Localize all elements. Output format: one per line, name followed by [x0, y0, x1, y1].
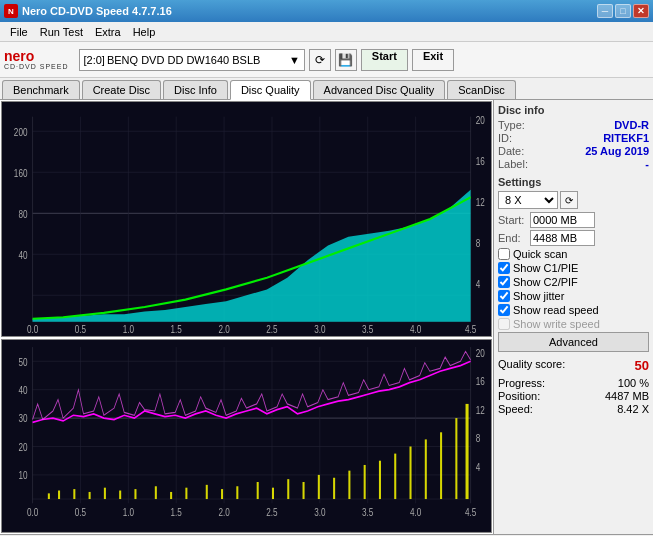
disc-id-row: ID: RITEKF1	[498, 132, 649, 144]
nero-logo-text: nero	[4, 49, 34, 63]
svg-text:8: 8	[476, 237, 481, 250]
svg-text:160: 160	[14, 166, 28, 179]
disc-type-value: DVD-R	[614, 119, 649, 131]
svg-text:40: 40	[18, 248, 27, 261]
menu-extra[interactable]: Extra	[89, 24, 127, 40]
menu-file[interactable]: File	[4, 24, 34, 40]
show-read-speed-checkbox[interactable]	[498, 304, 510, 316]
menu-help[interactable]: Help	[127, 24, 162, 40]
svg-text:20: 20	[18, 441, 27, 454]
svg-rect-62	[170, 492, 172, 499]
svg-rect-68	[272, 488, 274, 499]
svg-text:4.5: 4.5	[465, 506, 477, 519]
tab-benchmark[interactable]: Benchmark	[2, 80, 80, 99]
svg-text:2.0: 2.0	[218, 506, 230, 519]
disc-id-value: RITEKF1	[603, 132, 649, 144]
svg-text:2.5: 2.5	[266, 506, 278, 519]
svg-text:200: 200	[14, 125, 28, 138]
menu-run-test[interactable]: Run Test	[34, 24, 89, 40]
show-c2-pif-row: Show C2/PIF	[498, 276, 649, 288]
end-label: End:	[498, 232, 528, 244]
disc-label-label: Label:	[498, 158, 528, 170]
show-write-speed-row: Show write speed	[498, 318, 649, 330]
toolbar: nero CD·DVD SPEED [2:0] BENQ DVD DD DW16…	[0, 42, 653, 78]
disc-label-value: -	[645, 158, 649, 170]
tab-disc-quality[interactable]: Disc Quality	[230, 80, 311, 100]
svg-rect-72	[333, 478, 335, 499]
svg-rect-73	[348, 471, 350, 499]
drive-prefix: [2:0]	[84, 54, 105, 66]
svg-rect-74	[364, 465, 366, 499]
svg-text:30: 30	[18, 412, 27, 425]
show-write-speed-checkbox[interactable]	[498, 318, 510, 330]
menu-bar: File Run Test Extra Help	[0, 22, 653, 42]
refresh-speed-button[interactable]: ⟳	[560, 191, 578, 209]
show-c1-pie-label: Show C1/PIE	[513, 262, 578, 274]
show-c1-pie-checkbox[interactable]	[498, 262, 510, 274]
main-content: 200 160 80 40 20 16 12 8 4 0.0 0.5 1.0 1…	[0, 100, 653, 534]
speed-select[interactable]: 8 X 4 X 2 X Max	[498, 191, 558, 209]
charts-area: 200 160 80 40 20 16 12 8 4 0.0 0.5 1.0 1…	[0, 100, 493, 534]
svg-rect-61	[155, 487, 157, 500]
progress-value: 100 %	[618, 377, 649, 389]
maximize-button[interactable]: □	[615, 4, 631, 18]
svg-rect-67	[257, 482, 259, 499]
svg-text:3.0: 3.0	[314, 506, 326, 519]
show-c2-pif-label: Show C2/PIF	[513, 276, 578, 288]
quick-scan-row: Quick scan	[498, 248, 649, 260]
disc-date-value: 25 Aug 2019	[585, 145, 649, 157]
close-button[interactable]: ✕	[633, 4, 649, 18]
advanced-button[interactable]: Advanced	[498, 332, 649, 352]
tab-advanced-disc-quality[interactable]: Advanced Disc Quality	[313, 80, 446, 99]
position-label: Position:	[498, 390, 540, 402]
disc-date-row: Date: 25 Aug 2019	[498, 145, 649, 157]
tab-bar: Benchmark Create Disc Disc Info Disc Qua…	[0, 78, 653, 100]
save-button[interactable]: 💾	[335, 49, 357, 71]
minimize-button[interactable]: ─	[597, 4, 613, 18]
bottom-chart: 50 40 30 20 10 20 16 12 8 4 0.0 0.5 1.0 …	[1, 339, 492, 533]
svg-text:4.0: 4.0	[410, 506, 422, 519]
title-bar: N Nero CD-DVD Speed 4.7.7.16 ─ □ ✕	[0, 0, 653, 22]
tab-scan-disc[interactable]: ScanDisc	[447, 80, 515, 99]
svg-rect-58	[104, 488, 106, 499]
show-jitter-label: Show jitter	[513, 290, 564, 302]
tab-disc-info[interactable]: Disc Info	[163, 80, 228, 99]
show-jitter-checkbox[interactable]	[498, 290, 510, 302]
start-input[interactable]	[530, 212, 595, 228]
tab-create-disc[interactable]: Create Disc	[82, 80, 161, 99]
show-c2-pif-checkbox[interactable]	[498, 276, 510, 288]
progress-section: Progress: 100 % Position: 4487 MB Speed:…	[498, 377, 649, 415]
svg-rect-66	[236, 487, 238, 500]
speed-value: 8.42 X	[617, 403, 649, 415]
svg-text:4: 4	[476, 461, 481, 474]
svg-text:1.5: 1.5	[171, 506, 183, 519]
exit-button[interactable]: Exit	[412, 49, 454, 71]
svg-rect-75	[379, 461, 381, 499]
start-button[interactable]: Start	[361, 49, 408, 71]
svg-text:16: 16	[476, 155, 485, 168]
settings-title: Settings	[498, 176, 649, 188]
disc-id-label: ID:	[498, 132, 512, 144]
disc-info-title: Disc info	[498, 104, 649, 116]
drive-name[interactable]: BENQ DVD DD DW1640 BSLB	[107, 54, 287, 66]
svg-text:80: 80	[18, 207, 27, 220]
quick-scan-checkbox[interactable]	[498, 248, 510, 260]
disc-refresh-button[interactable]: ⟳	[309, 49, 331, 71]
show-c1-pie-row: Show C1/PIE	[498, 262, 649, 274]
svg-text:4: 4	[476, 278, 481, 291]
svg-text:1.0: 1.0	[123, 506, 135, 519]
disc-date-label: Date:	[498, 145, 524, 157]
svg-text:3.5: 3.5	[362, 323, 374, 336]
svg-rect-76	[394, 454, 396, 499]
svg-text:2.5: 2.5	[266, 323, 278, 336]
svg-text:2.0: 2.0	[218, 323, 230, 336]
svg-rect-54	[48, 494, 50, 500]
window-controls[interactable]: ─ □ ✕	[597, 4, 649, 18]
drive-selector[interactable]: [2:0] BENQ DVD DD DW1640 BSLB ▼	[79, 49, 305, 71]
end-input[interactable]	[530, 230, 595, 246]
dropdown-arrow-icon[interactable]: ▼	[289, 54, 300, 66]
svg-rect-57	[89, 492, 91, 499]
show-write-speed-label: Show write speed	[513, 318, 600, 330]
show-jitter-row: Show jitter	[498, 290, 649, 302]
show-read-speed-label: Show read speed	[513, 304, 599, 316]
